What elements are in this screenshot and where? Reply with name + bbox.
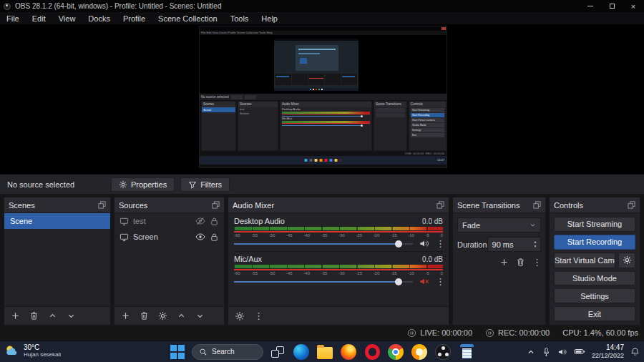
rec-status-icon	[485, 328, 494, 338]
weather-icon	[4, 343, 20, 358]
filter-icon	[188, 180, 197, 189]
volume-slider-handle[interactable]	[395, 240, 402, 248]
menu-profile[interactable]: Profile	[117, 14, 152, 23]
meter-scale: -60-55-50-45-40-35-30-25-20-15-10-50	[234, 233, 443, 238]
sources-title: Sources	[119, 201, 147, 210]
start-button[interactable]	[168, 343, 187, 361]
mic-tray-icon[interactable]	[542, 347, 551, 356]
speaker-icon[interactable]	[419, 239, 430, 248]
preview-canvas[interactable]: File Edit View Docks Profile Scene Colle…	[0, 24, 644, 174]
tick-label: -55	[251, 271, 258, 275]
audio-mixer-panel: Audio Mixer Desktop Audio 0.0 dB -60-55-…	[228, 197, 449, 326]
duration-spinbox[interactable]: 90 ms ▲ ▼	[487, 237, 541, 252]
maximize-button[interactable]	[601, 0, 623, 12]
file-explorer-button[interactable]	[316, 343, 334, 361]
menu-help[interactable]: Help	[255, 14, 284, 23]
meter-peak-line	[234, 269, 443, 270]
move-source-up-icon[interactable]	[177, 311, 186, 321]
task-view-button[interactable]	[268, 343, 287, 361]
chrome-canary-button[interactable]	[410, 343, 429, 361]
start-recording-button[interactable]: Start Recording	[554, 235, 635, 250]
spin-down-icon[interactable]: ▼	[534, 245, 537, 248]
menu-edit[interactable]: Edit	[26, 14, 52, 23]
cpu-fps-stats: CPU: 1.4%, 60.00 fps	[562, 328, 638, 337]
filters-button[interactable]: Filters	[180, 177, 230, 192]
channel-name: Desktop Audio	[234, 217, 285, 225]
clock-date: 22/12/2022	[592, 352, 624, 360]
mini-preview	[200, 35, 447, 94]
chrome-canary-icon	[411, 344, 427, 360]
taskbar-clock[interactable]: 14:47 22/12/2022	[592, 343, 624, 360]
dock-popout-icon[interactable]	[98, 201, 106, 209]
channel-db-value: 0.0 dB	[422, 255, 443, 263]
remove-source-icon[interactable]	[140, 311, 149, 321]
tick-label: -10	[408, 271, 414, 275]
volume-tray-icon[interactable]	[557, 348, 567, 356]
volume-slider-handle[interactable]	[395, 278, 402, 285]
volume-slider[interactable]	[234, 240, 413, 248]
scene-list-item[interactable]: Scene	[4, 213, 110, 229]
lock-icon[interactable]	[210, 217, 219, 226]
notification-bell-icon[interactable]	[630, 347, 640, 356]
mixer-options-icon[interactable]: ⋮	[254, 312, 261, 321]
virtual-camera-config-button[interactable]	[618, 253, 635, 268]
dock-popout-icon[interactable]	[533, 201, 541, 209]
transition-select[interactable]: Fade	[457, 217, 541, 233]
mini-docks: Scenes Scene Sources test Screen Audio M…	[200, 100, 447, 152]
lock-icon[interactable]	[210, 233, 219, 242]
mic-muted-icon[interactable]	[419, 277, 430, 286]
menu-tools[interactable]: Tools	[224, 14, 255, 23]
properties-button[interactable]: Properties	[111, 177, 175, 192]
chrome-button[interactable]	[386, 343, 405, 361]
battery-tray-icon[interactable]	[574, 348, 585, 356]
taskbar-weather-widget[interactable]: 30°C Hujan sesekali	[4, 343, 61, 358]
menu-scene-collection[interactable]: Scene Collection	[152, 14, 224, 23]
menu-file[interactable]: File	[0, 14, 26, 23]
notepad-button[interactable]	[457, 343, 476, 361]
firefox-button[interactable]	[339, 343, 358, 361]
dock-popout-icon[interactable]	[212, 201, 220, 209]
add-transition-icon[interactable]	[499, 258, 509, 267]
dock-popout-icon[interactable]	[628, 201, 635, 209]
edge-button[interactable]	[292, 343, 311, 361]
volume-slider[interactable]	[234, 278, 413, 286]
menu-view[interactable]: View	[52, 14, 82, 23]
tick-label: 0	[441, 233, 443, 238]
source-properties-icon[interactable]	[158, 311, 167, 321]
dock-popout-icon[interactable]	[436, 201, 444, 209]
source-list-item-screen[interactable]: Screen	[114, 229, 224, 245]
start-streaming-button[interactable]: Start Streaming	[554, 217, 635, 232]
search-icon	[199, 348, 208, 356]
close-button[interactable]: ×	[623, 0, 644, 12]
start-virtual-camera-button[interactable]: Start Virtual Camera	[554, 253, 615, 268]
minimize-button[interactable]	[580, 0, 601, 12]
move-scene-down-icon[interactable]	[67, 311, 76, 321]
rec-time: REC: 00:00:00	[498, 328, 550, 337]
menu-docks[interactable]: Docks	[82, 14, 117, 23]
taskbar-search[interactable]: Search	[192, 344, 263, 360]
remove-scene-icon[interactable]	[29, 311, 39, 321]
move-scene-up-icon[interactable]	[48, 311, 57, 321]
move-source-down-icon[interactable]	[195, 311, 205, 321]
channel-options-icon[interactable]: ⋮	[436, 240, 443, 248]
add-scene-icon[interactable]	[11, 311, 20, 321]
studio-mode-button[interactable]: Studio Mode	[554, 271, 635, 286]
opera-button[interactable]	[363, 343, 381, 361]
hidden-icons-chevron[interactable]	[527, 348, 535, 356]
add-source-icon[interactable]	[121, 311, 130, 321]
obs-taskbar-button[interactable]	[434, 343, 452, 361]
transition-options-icon[interactable]: ⋮	[532, 258, 540, 267]
monitor-icon	[119, 217, 129, 226]
visibility-on-icon[interactable]	[195, 232, 205, 242]
duration-label: Duration	[457, 240, 487, 249]
exit-button[interactable]: Exit	[554, 306, 635, 321]
source-list-item-test[interactable]: test	[114, 213, 224, 229]
system-tray: 14:47 22/12/2022	[527, 341, 640, 362]
sources-panel: Sources test Screen	[114, 197, 225, 326]
advanced-audio-icon[interactable]	[235, 311, 245, 321]
remove-transition-icon[interactable]	[516, 258, 525, 267]
settings-button[interactable]: Settings	[554, 288, 635, 303]
visibility-off-icon[interactable]	[195, 216, 205, 226]
live-time: LIVE: 00:00:00	[420, 328, 472, 337]
channel-options-icon[interactable]: ⋮	[436, 278, 443, 286]
